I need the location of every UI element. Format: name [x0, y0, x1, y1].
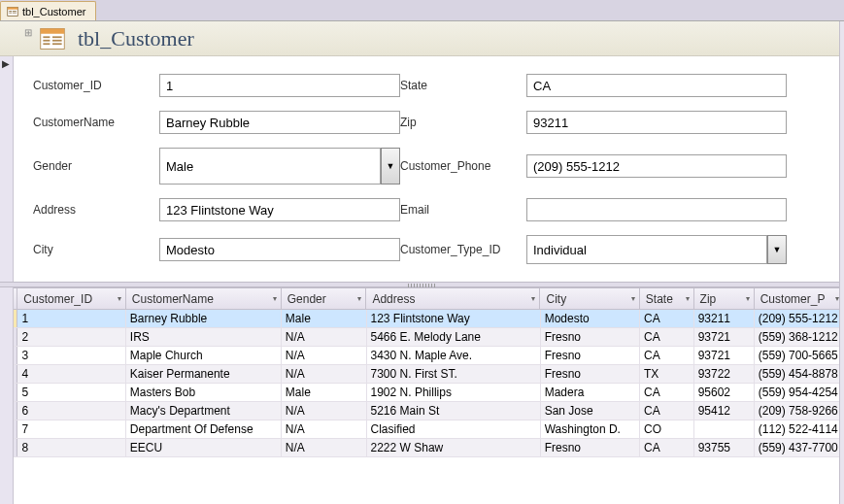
cell-address[interactable]: 123 Flintstone Way — [367, 310, 541, 327]
cell-city[interactable]: Fresno — [541, 365, 640, 383]
cell-gender[interactable]: N/A — [282, 347, 367, 364]
table-row[interactable]: 3Maple ChurchN/A3430 N. Maple Ave.Fresno… — [0, 347, 844, 365]
cell-state[interactable]: CA — [640, 402, 694, 420]
cell-zip[interactable]: 95602 — [694, 384, 755, 401]
table-row[interactable]: 7Department Of DefenseN/AClasifiedWashin… — [0, 420, 844, 439]
column-header-city[interactable]: City▾ — [540, 288, 639, 309]
chevron-down-icon[interactable]: ▾ — [686, 294, 690, 303]
tab-tbl-customer[interactable]: tbl_Customer — [0, 1, 96, 20]
cell-city[interactable]: San Jose — [541, 402, 640, 420]
cell-gender[interactable]: N/A — [282, 365, 367, 383]
cell-name[interactable]: EECU — [126, 439, 282, 456]
cell-id[interactable]: 2 — [17, 328, 125, 346]
column-header-zip[interactable]: Zip▾ — [694, 288, 755, 309]
cell-phone[interactable]: (559) 437-7700 — [755, 439, 844, 456]
cell-zip[interactable]: 93211 — [694, 310, 755, 327]
cell-address[interactable]: 3430 N. Maple Ave. — [367, 347, 541, 364]
field-customer-name[interactable]: Barney Rubble — [159, 111, 400, 134]
table-row[interactable]: 1Barney RubbleMale123 Flintstone WayMode… — [0, 310, 844, 328]
gender-dropdown-button[interactable]: ▼ — [381, 148, 400, 185]
cell-id[interactable]: 5 — [17, 384, 125, 401]
field-city[interactable]: Modesto — [159, 238, 400, 261]
cell-zip[interactable]: 93721 — [694, 347, 755, 364]
cell-address[interactable]: 2222 W Shaw — [367, 439, 541, 456]
cell-zip[interactable] — [694, 420, 755, 438]
chevron-down-icon[interactable]: ▾ — [118, 294, 121, 303]
field-email[interactable] — [526, 198, 787, 221]
column-header-address[interactable]: Address▾ — [366, 288, 540, 309]
cell-state[interactable]: CA — [640, 439, 694, 456]
cell-city[interactable]: Fresno — [541, 328, 640, 346]
cell-zip[interactable]: 95412 — [694, 402, 755, 420]
cell-gender[interactable]: N/A — [282, 328, 367, 346]
cell-city[interactable]: Fresno — [541, 347, 640, 364]
cell-phone[interactable]: (559) 700-5665 — [755, 347, 844, 364]
cell-phone[interactable]: (209) 555-1212 — [755, 310, 844, 327]
combo-type[interactable]: Individual ▼ — [526, 235, 787, 264]
cell-address[interactable]: Clasified — [367, 420, 541, 438]
cell-state[interactable]: CO — [640, 420, 694, 438]
cell-city[interactable]: Modesto — [541, 310, 640, 327]
column-header-customer-name[interactable]: CustomerName▾ — [126, 288, 282, 309]
cell-name[interactable]: Masters Bob — [126, 384, 282, 401]
cell-city[interactable]: Washington D. — [541, 420, 640, 438]
cell-address[interactable]: 5216 Main St — [367, 402, 541, 420]
chevron-down-icon[interactable]: ▾ — [531, 294, 535, 303]
field-address[interactable]: 123 Flintstone Way — [159, 198, 400, 221]
column-header-customer-phone[interactable]: Customer_P▾ — [755, 288, 844, 309]
field-customer-id[interactable]: 1 — [159, 74, 400, 97]
cell-phone[interactable]: (559) 454-8878 — [755, 365, 844, 383]
column-header-gender[interactable]: Gender▾ — [282, 288, 367, 309]
table-row[interactable]: 8EECUN/A2222 W ShawFresnoCA93755(559) 43… — [0, 439, 844, 457]
field-type[interactable]: Individual — [526, 235, 767, 264]
cell-city[interactable]: Fresno — [541, 439, 640, 456]
cell-phone[interactable]: (209) 758-9266 — [755, 402, 844, 420]
cell-id[interactable]: 4 — [17, 365, 125, 383]
cell-state[interactable]: CA — [640, 328, 694, 346]
record-selector-bar[interactable]: ▶ — [0, 56, 14, 504]
cell-zip[interactable]: 93722 — [694, 365, 755, 383]
cell-address[interactable]: 1902 N. Phillips — [367, 384, 541, 401]
field-zip[interactable]: 93211 — [526, 111, 787, 134]
table-row[interactable]: 5Masters BobMale1902 N. PhillipsMaderaCA… — [0, 384, 844, 402]
cell-name[interactable]: Kaiser Permanente — [126, 365, 282, 383]
chevron-down-icon[interactable]: ▾ — [631, 294, 635, 303]
cell-state[interactable]: TX — [640, 365, 694, 383]
table-row[interactable]: 6Macy's DepartmentN/A5216 Main StSan Jos… — [0, 402, 844, 420]
cell-gender[interactable]: N/A — [282, 402, 367, 420]
cell-name[interactable]: Macy's Department — [126, 402, 282, 420]
cell-id[interactable]: 8 — [17, 439, 125, 456]
table-row[interactable]: 2IRSN/A5466 E. Melody LaneFresnoCA93721(… — [0, 328, 844, 347]
chevron-down-icon[interactable]: ▾ — [746, 294, 750, 303]
type-dropdown-button[interactable]: ▼ — [767, 235, 787, 264]
expand-collapse-icon[interactable]: ⊞ — [24, 27, 32, 38]
combo-gender[interactable]: Male ▼ — [159, 148, 400, 185]
cell-address[interactable]: 7300 N. First ST. — [367, 365, 541, 383]
cell-state[interactable]: CA — [640, 384, 694, 401]
cell-id[interactable]: 6 — [17, 402, 125, 420]
cell-id[interactable]: 1 — [17, 310, 125, 327]
form-datasheet-splitter[interactable] — [0, 282, 844, 287]
cell-gender[interactable]: N/A — [282, 420, 367, 438]
cell-zip[interactable]: 93721 — [694, 328, 755, 346]
column-header-state[interactable]: State▾ — [640, 288, 694, 309]
cell-name[interactable]: IRS — [126, 328, 282, 346]
field-state[interactable]: CA — [526, 74, 787, 97]
cell-zip[interactable]: 93755 — [694, 439, 755, 456]
field-phone[interactable]: (209) 555-1212 — [526, 154, 787, 178]
field-gender[interactable]: Male — [159, 148, 381, 185]
column-header-customer-id[interactable]: Customer_ID▾ — [17, 288, 125, 309]
cell-name[interactable]: Maple Church — [126, 347, 282, 364]
cell-phone[interactable]: (559) 368-1212 — [755, 328, 844, 346]
cell-gender[interactable]: N/A — [282, 439, 367, 456]
cell-gender[interactable]: Male — [282, 310, 367, 327]
cell-phone[interactable]: (112) 522-4114 — [755, 420, 844, 438]
cell-name[interactable]: Department Of Defense — [126, 420, 282, 438]
table-row[interactable]: 4Kaiser PermanenteN/A7300 N. First ST.Fr… — [0, 365, 844, 384]
cell-city[interactable]: Madera — [541, 384, 640, 401]
chevron-down-icon[interactable]: ▾ — [273, 294, 277, 303]
cell-phone[interactable]: (559) 954-4254 — [755, 384, 844, 401]
cell-name[interactable]: Barney Rubble — [126, 310, 282, 327]
cell-id[interactable]: 7 — [17, 420, 125, 438]
cell-gender[interactable]: Male — [282, 384, 367, 401]
